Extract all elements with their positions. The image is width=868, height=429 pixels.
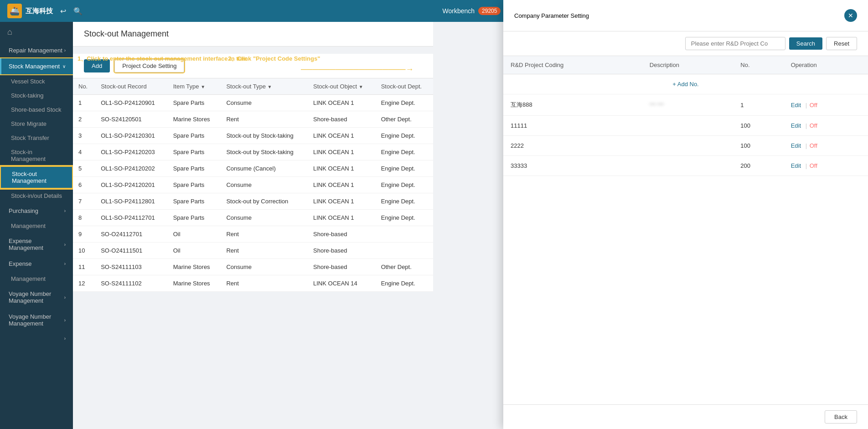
modal-header: Company Parameter Setting ✕: [503, 22, 868, 31]
sidebar-sub-stock-out[interactable]: Stock-out Management: [0, 166, 73, 189]
left-panel: Stock-out Management 1、Click to enter th…: [73, 22, 433, 429]
sidebar-item-purchasing[interactable]: Purchasing ›: [0, 203, 73, 219]
modal-cell-no: 100: [733, 116, 783, 136]
sidebar-sub-purchasing-mgmt-label: Management: [11, 222, 46, 229]
cell-no: 9: [73, 226, 95, 243]
cell-dept: Engine Dept.: [376, 160, 433, 177]
modal-table: R&D Project Coding Description No. Opera…: [503, 56, 868, 176]
sidebar-item-budget[interactable]: Voyage Number Management ›: [0, 286, 73, 309]
cell-no: 12: [73, 275, 95, 292]
cell-no: 5: [73, 160, 95, 177]
search-icon[interactable]: 🔍: [73, 7, 83, 16]
cell-object: Shore-based: [308, 226, 376, 243]
cell-item-type: Marine Stores: [168, 275, 221, 292]
reset-button[interactable]: Reset: [826, 37, 857, 50]
sidebar-sub-expense-mgmt[interactable]: Management: [0, 272, 73, 286]
logo: 🚢 互海科技: [7, 4, 53, 18]
cell-no: 2: [73, 111, 95, 128]
sidebar-home[interactable]: ⌂: [0, 22, 73, 42]
sidebar-sub-vessel-stock-label: Vessel Stock: [11, 78, 45, 85]
edit-button-2[interactable]: Edit: [791, 142, 801, 149]
stock-out-table: No. Stock-out Record Item Type ▼ Stock-o…: [73, 78, 433, 292]
off-button-3[interactable]: Off: [810, 162, 817, 169]
cell-dept: Engine Dept.: [376, 275, 433, 292]
edit-button-3[interactable]: Edit: [791, 162, 801, 169]
modal-cell-operation: Edit | Off: [784, 94, 868, 116]
back-button[interactable]: Back: [825, 410, 857, 424]
cell-record: OL1-SO-P24120201: [95, 177, 168, 193]
table-row: 10 SO-O24111501 Oil Rent Shore-based: [73, 243, 433, 259]
chevron-right-icon-4: ›: [64, 261, 66, 266]
sidebar-item-expense-label: Expense: [9, 260, 32, 267]
cell-stockout-type: Rent: [221, 226, 308, 243]
modal-cell-coding: 互海888: [503, 94, 642, 116]
cell-item-type: Spare Parts: [168, 160, 221, 177]
sidebar-sub-purchasing-mgmt[interactable]: Management: [0, 219, 73, 233]
sidebar-item-vessel-service[interactable]: Expense Management ›: [0, 233, 73, 256]
sidebar-sub-stock-transfer[interactable]: Stock Transfer: [0, 131, 73, 145]
add-no-label[interactable]: + Add No.: [672, 81, 698, 88]
sidebar-sub-store-migrate-label: Store Migrate: [11, 120, 46, 127]
modal-cell-operation: Edit | Off: [784, 116, 868, 136]
sidebar-item-vessel-report[interactable]: ›: [0, 331, 73, 346]
cell-stockout-type: Consume (Cancel): [221, 160, 308, 177]
cell-no: 8: [73, 210, 95, 226]
cell-dept: [376, 243, 433, 259]
sidebar-sub-shore-stock[interactable]: Shore-based Stock: [0, 103, 73, 117]
modal-cell-description: *** ***: [642, 94, 733, 116]
sidebar-sub-store-migrate[interactable]: Store Migrate: [0, 117, 73, 131]
search-input[interactable]: [685, 37, 785, 50]
cell-dept: Engine Dept.: [376, 193, 433, 210]
cell-dept: Other Dept.: [376, 259, 433, 275]
cell-stockout-type: Rent: [221, 111, 308, 128]
add-no-row[interactable]: + Add No.: [503, 74, 868, 94]
sidebar-item-repair[interactable]: Repair Management ›: [0, 42, 73, 58]
sidebar-sub-stock-taking[interactable]: Stock-taking: [0, 88, 73, 103]
cell-item-type: Spare Parts: [168, 177, 221, 193]
page-title: Stock-out Management: [84, 29, 169, 38]
edit-button-1[interactable]: Edit: [791, 122, 801, 129]
sidebar-item-purchasing-label: Purchasing: [9, 207, 38, 214]
sidebar-item-expense[interactable]: Expense ›: [0, 256, 73, 272]
sidebar-sub-vessel-stock[interactable]: Vessel Stock: [0, 74, 73, 88]
cell-stockout-type: Consume: [221, 259, 308, 275]
off-button-0[interactable]: Off: [810, 102, 817, 109]
off-button-2[interactable]: Off: [810, 142, 817, 149]
cell-object: LINK OCEAN 1: [308, 95, 376, 111]
cell-no: 6: [73, 177, 95, 193]
cell-item-type: Spare Parts: [168, 210, 221, 226]
sidebar-item-voyage[interactable]: Voyage Number Management ›: [0, 309, 73, 331]
cell-no: 7: [73, 193, 95, 210]
sidebar-sub-stock-in[interactable]: Stock-in Management: [0, 145, 73, 166]
sidebar-item-stock[interactable]: Stock Management ∨: [0, 58, 73, 74]
company-parameter-modal: Company Parameter Setting ✕ Search Reset…: [503, 22, 868, 429]
sidebar-sub-stock-in-label: Stock-in Management: [11, 149, 46, 162]
cell-stockout-type: Stock-out by Correction: [221, 193, 308, 210]
table-row: 6 OL1-SO-P24120201 Spare Parts Consume L…: [73, 177, 433, 193]
op-sep-1: |: [806, 122, 807, 129]
off-button-1[interactable]: Off: [810, 122, 817, 129]
chevron-right-icon: ›: [64, 48, 66, 53]
page-header: Stock-out Management: [73, 22, 433, 47]
blurred-description: *** ***: [650, 102, 664, 109]
workbench-label: Workbench: [443, 7, 475, 15]
sidebar-item-vessel-service-label: Expense Management: [9, 238, 64, 251]
cell-stockout-type: Stock-out by Stock-taking: [221, 128, 308, 144]
back-icon[interactable]: ↩: [60, 7, 66, 16]
cell-record: SO-S24111102: [95, 275, 168, 292]
cell-no: 11: [73, 259, 95, 275]
chevron-right-icon-6: ›: [64, 318, 66, 323]
table-row: 11 SO-S24111103 Marine Stores Consume Sh…: [73, 259, 433, 275]
cell-dept: Engine Dept.: [376, 210, 433, 226]
step2-arrow: ──────────────────→: [301, 65, 414, 74]
cell-record: SO-O24111501: [95, 243, 168, 259]
cell-record: OL1-SO-P24120202: [95, 160, 168, 177]
sidebar-item-budget-label: Voyage Number Management: [9, 290, 64, 304]
cell-object: LINK OCEAN 1: [308, 177, 376, 193]
edit-button-0[interactable]: Edit: [791, 102, 801, 109]
cell-item-type: Spare Parts: [168, 95, 221, 111]
search-button[interactable]: Search: [789, 37, 822, 50]
sidebar-sub-stock-in-out[interactable]: Stock-in/out Details: [0, 189, 73, 203]
cell-record: OL1-SO-P24120901: [95, 95, 168, 111]
cell-no: 3: [73, 128, 95, 144]
